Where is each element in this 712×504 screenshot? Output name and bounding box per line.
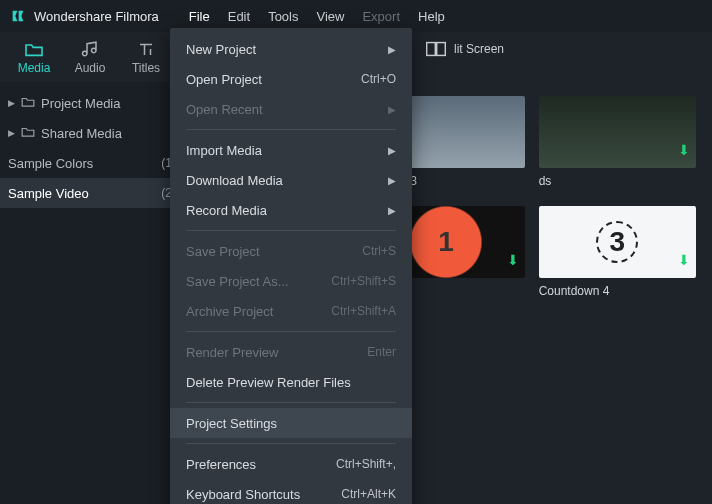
menu-view[interactable]: View [316,9,344,24]
sidebar-item-label: Sample Colors [8,156,93,171]
menu-item-label: Project Settings [186,416,277,431]
tool-split-screen[interactable]: lit Screen [420,40,510,58]
submenu-arrow-icon: ▶ [388,145,396,156]
sidebar-item-label: Shared Media [41,126,122,141]
menu-item[interactable]: Download Media▶ [170,165,412,195]
sidebar: ▶Project Media▶Shared MediaSample Colors… [0,82,180,504]
menu-tools[interactable]: Tools [268,9,298,24]
svg-rect-0 [427,43,436,56]
submenu-arrow-icon: ▶ [388,175,396,186]
download-icon: ⬇ [678,252,690,268]
svg-rect-1 [437,43,446,56]
thumbnail-caption: ds [539,174,696,188]
sidebar-item[interactable]: Sample Colors(1 [0,148,180,178]
menu-file[interactable]: File [189,9,210,24]
app-logo-icon [10,8,26,24]
menu-item-label: Import Media [186,143,262,158]
menu-item: Render PreviewEnter [170,337,412,367]
menu-item: Archive ProjectCtrl+Shift+A [170,296,412,326]
titles-icon [136,40,156,58]
menu-item-label: Download Media [186,173,283,188]
sidebar-item-label: Sample Video [8,186,89,201]
download-icon: ⬇ [678,142,690,158]
file-menu-dropdown: New Project▶Open ProjectCtrl+OOpen Recen… [170,28,412,504]
menu-item-label: Preferences [186,457,256,472]
thumbnail-image: 3 [539,206,696,278]
menu-help[interactable]: Help [418,9,445,24]
thumbnail[interactable]: ⬇ds [539,96,696,188]
app-title: Wondershare Filmora [34,9,159,24]
thumbnail-image [539,96,696,168]
tool-label: Audio [75,61,106,75]
chevron-right-icon: ▶ [8,98,15,108]
music-icon [80,40,100,58]
menu-item-label: Save Project [186,244,260,259]
tool-media[interactable]: Media [6,40,62,75]
shortcut-label: Ctrl+Shift+S [331,274,396,288]
tool-audio[interactable]: Audio [62,40,118,75]
menu-export[interactable]: Export [362,9,400,24]
menu-item[interactable]: Open ProjectCtrl+O [170,64,412,94]
folder-icon [21,126,35,141]
menu-item-label: Open Recent [186,102,263,117]
menu-item: Save ProjectCtrl+S [170,236,412,266]
shortcut-label: Ctrl+Alt+K [341,487,396,501]
shortcut-label: Ctrl+Shift+A [331,304,396,318]
submenu-arrow-icon: ▶ [388,44,396,55]
menu-item-label: Open Project [186,72,262,87]
menu-item[interactable]: New Project▶ [170,34,412,64]
menu-item[interactable]: PreferencesCtrl+Shift+, [170,449,412,479]
menu-item-label: Delete Preview Render Files [186,375,351,390]
menu-item[interactable]: Delete Preview Render Files [170,367,412,397]
menubar: FileEditToolsViewExportHelp [189,9,445,24]
menu-item-label: Keyboard Shortcuts [186,487,300,502]
thumbnail-caption: Countdown 4 [539,284,696,298]
menu-item: Open Recent▶ [170,94,412,124]
shortcut-label: Enter [367,345,396,359]
menu-item-label: Save Project As... [186,274,289,289]
shortcut-label: Ctrl+S [362,244,396,258]
submenu-arrow-icon: ▶ [388,104,396,115]
menu-item-label: Archive Project [186,304,273,319]
sidebar-item[interactable]: ▶Shared Media [0,118,180,148]
split-screen-icon [426,40,446,58]
sidebar-item[interactable]: ▶Project Media [0,88,180,118]
menu-separator [186,230,396,231]
tool-label: Titles [132,61,160,75]
menu-separator [186,402,396,403]
menu-item[interactable]: Import Media▶ [170,135,412,165]
tool-titles[interactable]: Titles [118,40,174,75]
menu-item-label: Record Media [186,203,267,218]
menu-item: Save Project As...Ctrl+Shift+S [170,266,412,296]
menu-separator [186,331,396,332]
shortcut-label: Ctrl+O [361,72,396,86]
tool-label: lit Screen [454,42,504,56]
menu-separator [186,443,396,444]
sidebar-item[interactable]: Sample Video(2 [0,178,180,208]
folder-icon [24,40,44,58]
thumbnail[interactable]: 3⬇Countdown 4 [539,206,696,298]
menu-item[interactable]: Keyboard ShortcutsCtrl+Alt+K [170,479,412,504]
shortcut-label: Ctrl+Shift+, [336,457,396,471]
submenu-arrow-icon: ▶ [388,205,396,216]
menu-item[interactable]: Record Media▶ [170,195,412,225]
menu-item[interactable]: Project Settings [170,408,412,438]
tool-label: Media [18,61,51,75]
download-icon: ⬇ [507,252,519,268]
menu-separator [186,129,396,130]
menu-item-label: Render Preview [186,345,279,360]
sidebar-item-label: Project Media [41,96,120,111]
chevron-right-icon: ▶ [8,128,15,138]
menu-item-label: New Project [186,42,256,57]
folder-icon [21,96,35,111]
menu-edit[interactable]: Edit [228,9,250,24]
